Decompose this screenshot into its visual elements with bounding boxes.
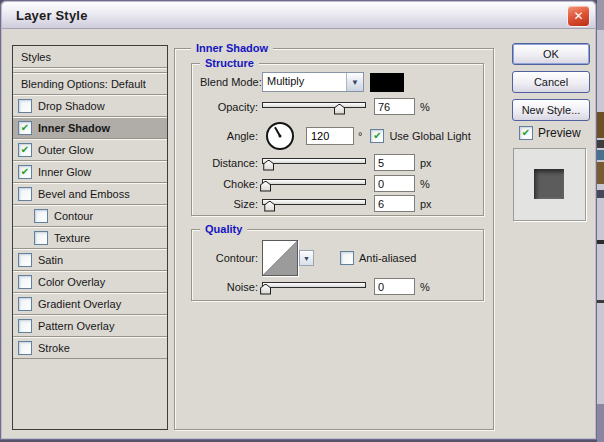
style-row-gradient-overlay[interactable]: Gradient Overlay: [13, 293, 167, 315]
gradient-overlay-checkbox[interactable]: [18, 297, 32, 311]
angle-dial[interactable]: [266, 122, 294, 150]
styles-list-header: Styles: [13, 46, 167, 68]
style-row-inner-glow[interactable]: ✔ Inner Glow: [13, 161, 167, 183]
close-icon[interactable]: ✕: [567, 5, 590, 27]
preview-toggle[interactable]: ✔ Preview: [519, 126, 581, 140]
distance-input[interactable]: [374, 154, 415, 171]
shadow-color-swatch[interactable]: [370, 73, 404, 92]
angle-input[interactable]: [306, 127, 354, 145]
size-input[interactable]: [374, 195, 415, 212]
style-row-pattern-overlay[interactable]: Pattern Overlay: [13, 315, 167, 337]
style-row-drop-shadow[interactable]: Drop Shadow: [13, 95, 167, 117]
structure-group: Structure Blend Mode: Multiply ▼ Opacity…: [191, 63, 484, 216]
layer-style-dialog: Layer Style ✕ Styles Blending Options: D…: [0, 0, 597, 440]
noise-row: Noise: %: [200, 278, 477, 295]
style-row-texture[interactable]: Texture: [13, 227, 167, 249]
ok-button[interactable]: OK: [512, 43, 590, 65]
quality-legend: Quality: [200, 223, 247, 235]
anti-aliased-checkbox[interactable]: [340, 251, 354, 265]
use-global-light-checkbox[interactable]: ✔: [370, 129, 384, 143]
style-row-inner-shadow[interactable]: ✔ Inner Shadow: [13, 117, 167, 139]
distance-row: Distance: px: [200, 154, 477, 171]
contour-dropdown-icon[interactable]: ▼: [299, 250, 314, 266]
list-empty-area: [13, 359, 167, 428]
pattern-overlay-checkbox[interactable]: [18, 319, 32, 333]
style-row-bevel-emboss[interactable]: Bevel and Emboss: [13, 183, 167, 205]
dialog-body: Styles Blending Options: Default Drop Sh…: [2, 29, 595, 438]
blend-mode-row: Blend Mode: Multiply ▼: [200, 72, 477, 92]
window-title: Layer Style: [2, 8, 88, 23]
style-row-outer-glow[interactable]: ✔ Outer Glow: [13, 139, 167, 161]
background-window-sliver: [597, 0, 604, 442]
structure-legend: Structure: [200, 57, 259, 69]
drop-shadow-checkbox[interactable]: [18, 99, 32, 113]
bevel-emboss-checkbox[interactable]: [18, 187, 32, 201]
screen: Layer Style ✕ Styles Blending Options: D…: [0, 0, 604, 442]
quality-group: Quality Contour: ▼ Anti-aliased: [191, 229, 484, 301]
styles-list: Styles Blending Options: Default Drop Sh…: [12, 45, 168, 430]
choke-row: Choke: %: [200, 175, 477, 192]
contour-checkbox[interactable]: [34, 209, 48, 223]
inner-shadow-sample: [534, 169, 564, 199]
distance-slider-track[interactable]: [262, 158, 366, 164]
color-overlay-checkbox[interactable]: [18, 275, 32, 289]
noise-slider-track[interactable]: [262, 282, 366, 288]
contour-row: Contour: ▼ Anti-aliased: [200, 240, 477, 276]
size-row: Size: px: [200, 195, 477, 212]
contour-thumbnail[interactable]: [262, 240, 298, 276]
blending-options-row[interactable]: Blending Options: Default: [13, 73, 167, 95]
noise-slider[interactable]: [262, 279, 366, 295]
preview-checkbox[interactable]: ✔: [519, 126, 533, 140]
chevron-down-icon[interactable]: ▼: [346, 73, 363, 91]
titlebar[interactable]: Layer Style ✕: [2, 2, 595, 29]
cancel-button[interactable]: Cancel: [512, 71, 590, 93]
inner-shadow-checkbox[interactable]: ✔: [18, 121, 32, 135]
style-row-stroke[interactable]: Stroke: [13, 337, 167, 359]
distance-slider[interactable]: [262, 155, 366, 171]
style-row-color-overlay[interactable]: Color Overlay: [13, 271, 167, 293]
style-row-satin[interactable]: Satin: [13, 249, 167, 271]
texture-checkbox[interactable]: [34, 231, 48, 245]
inner-glow-checkbox[interactable]: ✔: [18, 165, 32, 179]
size-slider[interactable]: [262, 196, 366, 212]
outer-glow-checkbox[interactable]: ✔: [18, 143, 32, 157]
angle-row: Angle: ° ✔ Use Global Light: [200, 122, 477, 150]
choke-input[interactable]: [374, 175, 415, 192]
style-row-contour[interactable]: Contour: [13, 205, 167, 227]
stroke-checkbox[interactable]: [18, 341, 32, 355]
new-style-button[interactable]: New Style...: [512, 99, 590, 121]
inner-shadow-panel: Inner Shadow Structure Blend Mode: Multi…: [174, 48, 494, 430]
noise-input[interactable]: [374, 278, 415, 295]
effect-preview-thumbnail: [513, 148, 586, 221]
blend-mode-select[interactable]: Multiply ▼: [262, 72, 364, 92]
choke-slider[interactable]: [262, 176, 366, 192]
size-slider-track[interactable]: [262, 199, 366, 205]
opacity-row: Opacity: %: [200, 98, 477, 115]
opacity-slider-track[interactable]: [262, 102, 366, 108]
satin-checkbox[interactable]: [18, 253, 32, 267]
panel-legend: Inner Shadow: [191, 42, 273, 54]
choke-slider-track[interactable]: [262, 179, 366, 185]
opacity-slider[interactable]: [262, 99, 366, 115]
opacity-input[interactable]: [374, 98, 415, 115]
